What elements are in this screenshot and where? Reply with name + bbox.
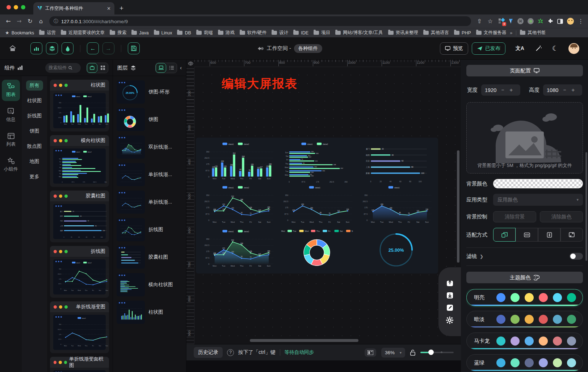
app-type-select[interactable]: 应用颜色▾ [493, 194, 583, 206]
undo-button[interactable]: ← [87, 42, 99, 54]
component-card[interactable]: 单折线渐变面积图 087.5175262.5350MonTueWedThuFri… [50, 357, 109, 372]
bookmark-item[interactable]: 设计 [272, 30, 288, 36]
star-extension-icon[interactable] [538, 18, 543, 24]
bookmark-item[interactable]: 项目 [314, 30, 330, 36]
redo-button[interactable]: → [102, 42, 114, 54]
help-icon[interactable]: ? [227, 349, 234, 356]
theme-row-蓝绿[interactable]: 蓝绿 [466, 354, 583, 371]
component-card[interactable]: 折线图 087.5175262.5350MonTueWedThuFriSatSu… [50, 246, 109, 298]
layer-item[interactable]: 25.00% 饼图-环形 [117, 80, 182, 104]
bookmark-item[interactable]: Linux [154, 30, 172, 35]
layer-item[interactable]: 胶囊柱图 [117, 246, 182, 269]
reload-icon[interactable]: ↻ [25, 18, 35, 25]
bookmark-item[interactable]: 其他语言 [423, 30, 449, 36]
share-icon[interactable]: ⇧ [475, 18, 484, 25]
language-toggle-icon[interactable]: 文A [516, 45, 524, 52]
profile-avatar[interactable] [567, 18, 574, 25]
dashboard-chart-line1[interactable]: 087.5175262.5350MonTueWedThuFriSatSundat… [278, 184, 356, 227]
fit-auto-button[interactable] [493, 228, 516, 242]
background-upload-dropzone[interactable]: 背景图需小于 5M ，格式为 png/jpg/gif 的文件 [466, 102, 583, 174]
dashboard-preview[interactable]: 087.5175262.5350MonTueWedThuFriSatSundat… [196, 138, 438, 273]
thumbnail-view-toggle[interactable] [156, 63, 166, 73]
bookmark-star-icon[interactable]: ☆ [486, 18, 495, 25]
category-所有[interactable]: 所有 [26, 80, 43, 91]
sidebar-nav-图表[interactable]: 图表 [2, 80, 20, 101]
clear-background-button[interactable]: 清除背景 [493, 211, 536, 222]
sidebar-nav-列表[interactable]: 列表 [2, 130, 20, 151]
dashboard-chart-ring[interactable]: 25.00% [357, 228, 435, 271]
chevron-right-icon[interactable]: ❯ [480, 254, 483, 259]
browser-tab[interactable]: 工作空间-各种组件 ✕ [33, 2, 114, 14]
bookmark-item[interactable]: 前端 [196, 30, 213, 36]
grid-view-toggle[interactable] [97, 63, 108, 73]
slider-handle[interactable] [428, 350, 434, 355]
bookmark-item[interactable]: Java [131, 30, 148, 35]
user-avatar[interactable] [568, 43, 579, 54]
bookmark-item[interactable]: DB [177, 30, 191, 35]
minimize-window-button[interactable] [14, 5, 18, 9]
layer-item[interactable]: 折线图 [117, 218, 182, 241]
export-icon[interactable] [446, 279, 454, 287]
page-config-header[interactable]: 页面配置 [466, 65, 583, 76]
minus-plus-icons[interactable]: －＋ [562, 87, 579, 93]
fit-height-button[interactable] [538, 228, 560, 242]
category-散点图[interactable]: 散点图 [24, 141, 46, 151]
site-info-icon[interactable]: ⓘ [54, 18, 58, 25]
dashboard-chart-bar[interactable]: 087.5175262.5350MonTueWedThuFriSatSundat… [199, 141, 277, 183]
single-view-toggle[interactable] [87, 63, 97, 73]
dot-extension-icon[interactable] [528, 18, 534, 24]
category-更多[interactable]: 更多 [26, 172, 43, 182]
minimap-button[interactable] [365, 348, 376, 357]
layer-item[interactable]: 柱状图 [117, 301, 182, 324]
dashboard-chart-line2[interactable]: 087.5175262.5350MonTueWedThuFriSatSundat… [199, 184, 277, 227]
history-button[interactable]: 历史记录 [194, 347, 223, 358]
forward-icon[interactable]: → [14, 18, 24, 25]
new-tab-button[interactable]: + [114, 4, 129, 14]
charts-tool-button[interactable] [30, 42, 42, 54]
close-window-button[interactable] [7, 5, 11, 9]
bookmark-item[interactable]: 运营 [39, 30, 56, 36]
bookmark-item[interactable]: 软件/硬件 [240, 30, 266, 36]
zoom-slider[interactable] [420, 352, 454, 353]
collapse-panel-icon[interactable]: ‹ [180, 65, 182, 71]
component-search-input[interactable]: 搜索组件 [45, 63, 81, 73]
dark-mode-moon-icon[interactable]: ☾ [552, 44, 558, 53]
height-stepper[interactable]: 1080－＋ [543, 84, 582, 96]
theme-row-明亮[interactable]: 明亮 [466, 289, 583, 306]
bookmark-item[interactable]: 网站/博客/文章/工具 [335, 30, 383, 36]
list-view-toggle[interactable] [166, 63, 177, 73]
address-bar[interactable]: ⓘ 127.0.0.1:3000/#/chart/home/9 [49, 16, 471, 26]
save-button[interactable] [128, 42, 140, 54]
minus-plus-icons[interactable]: －＋ [500, 87, 517, 93]
layer-item[interactable]: 双折线渐... [117, 135, 182, 159]
category-折线图[interactable]: 折线图 [24, 111, 46, 121]
bookmarks-root[interactable]: ★Bookmarks [5, 30, 34, 35]
component-card[interactable]: 横向柱状图 data1data2087.5175262.5350MonTueWe… [50, 135, 109, 187]
layer-item[interactable]: 单折线渐... [117, 191, 182, 214]
component-card[interactable]: 胶囊柱图 厦门20南阳40北京60上海80新疆100020406080100 [50, 191, 109, 242]
extension-icon[interactable]: 9 [499, 18, 504, 24]
sidebar-nav-小组件[interactable]: 小组件 [2, 154, 20, 176]
other-bookmarks[interactable]: 其他书签 [520, 30, 546, 36]
zoom-select[interactable]: 36%▾ [381, 348, 405, 358]
layer-item[interactable]: 单折线渐... [117, 163, 182, 186]
preview-button[interactable]: 预览 [440, 42, 468, 55]
window-controls[interactable] [0, 5, 32, 14]
design-canvas[interactable]: 6007008009001000110012001300 20030040050… [186, 60, 461, 344]
bookmark-item[interactable]: IDE [293, 30, 308, 35]
command-extension-icon[interactable]: ⌘ [517, 18, 524, 24]
clear-color-button[interactable]: 清除颜色 [540, 211, 583, 222]
lock-icon[interactable] [410, 350, 415, 356]
layers-tool-button[interactable] [46, 42, 58, 54]
back-icon[interactable]: ← [4, 18, 13, 25]
edit-icon[interactable] [446, 304, 454, 312]
browser-menu-icon[interactable]: ⋮ [578, 18, 582, 25]
bookmark-item[interactable]: 资讯未整理 [388, 30, 419, 36]
bookmark-item[interactable]: 文件服务器 [476, 30, 507, 36]
category-饼图[interactable]: 饼图 [26, 126, 43, 136]
panel-scrollbar[interactable] [585, 152, 587, 261]
dashboard-chart-hbar[interactable]: data1data2087.5175262.5350Mon120130Tue20… [278, 141, 356, 183]
ruler-toggle-eye-icon[interactable] [186, 60, 194, 67]
theme-row-暗淡[interactable]: 暗淡 [466, 311, 583, 328]
sidebar-extension-icon[interactable] [557, 19, 563, 24]
